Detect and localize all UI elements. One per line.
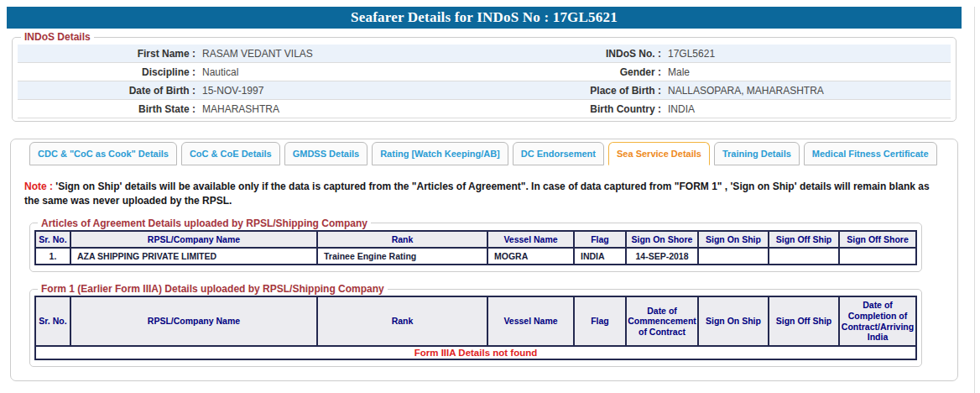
articles-of-agreement-table: Sr. No. RPSL/Company Name Rank Vessel Na… [34, 230, 917, 266]
tab-gmdss-details[interactable]: GMDSS Details [284, 142, 368, 165]
page-right-divider [974, 7, 975, 393]
field-row: Birth State : MAHARASHTRA Birth Country … [18, 100, 951, 118]
tab-medical-fitness-certificate[interactable]: Medical Fitness Certificate [804, 142, 937, 165]
gender-label: Gender : [487, 66, 661, 78]
cell-company: AZA SHIPPING PRIVATE LIMITED [70, 248, 317, 265]
indos-details-legend: INDoS Details [21, 31, 94, 43]
birth-country-value: INDIA [661, 103, 951, 115]
column-header: Sign Off Ship [769, 296, 839, 345]
column-header: RPSL/Company Name [70, 296, 317, 345]
field-row: Discipline : Nautical Gender : Male [18, 63, 951, 81]
tab-dc-endorsement[interactable]: DC Endorsement [513, 142, 604, 165]
table-row: Form IIIA Details not found [35, 346, 916, 359]
column-header: Sr. No. [35, 296, 70, 345]
birth-state-value: MAHARASHTRA [195, 103, 487, 115]
tab-cdc-coc-as-cook-details[interactable]: CDC & "CoC as Cook" Details [29, 142, 177, 165]
discipline-value: Nautical [195, 66, 487, 78]
tab-training-details[interactable]: Training Details [714, 142, 800, 165]
field-row: First Name : RASAM VEDANT VILAS INDoS No… [18, 45, 951, 63]
cell-sign-on-shore: 14-SEP-2018 [626, 248, 698, 265]
table-row: 1. AZA SHIPPING PRIVATE LIMITED Trainee … [35, 248, 916, 265]
tab-coc-coe-details[interactable]: CoC & CoE Details [181, 142, 280, 165]
form1-section: Form 1 (Earlier Form IIIA) Details uploa… [29, 283, 922, 366]
seafarer-details-page: Seafarer Details for INDoS No : 17GL5621… [0, 7, 980, 393]
page-title-bar: Seafarer Details for INDoS No : 17GL5621 [7, 7, 962, 29]
column-header: Sign On Ship [698, 296, 769, 345]
table-header-row: Sr. No. RPSL/Company Name Rank Vessel Na… [35, 231, 916, 249]
note-text: Note : 'Sign on Ship' details will be av… [24, 180, 937, 209]
note-prefix: Note : [24, 181, 53, 192]
cell-vessel: MOGRA [487, 248, 574, 265]
birth-country-label: Birth Country : [487, 103, 661, 115]
empty-message: Form IIIA Details not found [35, 346, 916, 359]
column-header: Flag [574, 231, 626, 249]
column-header: Flag [574, 296, 626, 345]
column-header: Vessel Name [487, 231, 574, 249]
column-header: Sign On Shore [626, 231, 698, 249]
column-header: Sign On Ship [698, 231, 769, 249]
page-title: Seafarer Details for INDoS No : 17GL5621 [351, 9, 618, 25]
cell-sign-off-ship [769, 248, 839, 265]
articles-of-agreement-section: Articles of Agreement Details uploaded b… [29, 217, 922, 273]
form1-legend: Form 1 (Earlier Form IIIA) Details uploa… [38, 283, 388, 295]
sea-service-tab-content: Note : 'Sign on Ship' details will be av… [11, 180, 957, 367]
cell-sr-no: 1. [35, 248, 70, 265]
date-of-birth-value: 15-NOV-1997 [195, 85, 487, 97]
indos-no-value: 17GL5621 [661, 48, 951, 60]
place-of-birth-label: Place of Birth : [487, 85, 661, 97]
cell-rank: Trainee Engine Rating [317, 248, 487, 265]
field-row: Date of Birth : 15-NOV-1997 Place of Bir… [18, 81, 951, 100]
tab-strip: CDC & "CoC as Cook" Details CoC & CoE De… [11, 139, 957, 165]
discipline-label: Discipline : [18, 66, 195, 78]
birth-state-label: Birth State : [18, 103, 195, 115]
first-name-label: First Name : [18, 48, 195, 60]
date-of-birth-label: Date of Birth : [18, 85, 195, 97]
column-header: Date of Completion of Contract/Arriving … [839, 296, 916, 345]
column-header: Date of Commencement of Contract [626, 296, 698, 345]
articles-of-agreement-legend: Articles of Agreement Details uploaded b… [38, 217, 371, 229]
column-header: Sign Off Ship [769, 231, 839, 249]
table-header-row: Sr. No. RPSL/Company Name Rank Vessel Na… [35, 296, 916, 345]
gender-value: Male [661, 66, 951, 78]
form1-table: Sr. No. RPSL/Company Name Rank Vessel Na… [34, 296, 917, 359]
column-header: Vessel Name [487, 296, 574, 345]
indos-details-section: INDoS Details First Name : RASAM VEDANT … [12, 31, 957, 122]
cell-sign-off-shore [839, 248, 916, 265]
column-header: Sign Off Shore [839, 231, 916, 249]
note-body: 'Sign on Ship' details will be available… [24, 181, 930, 207]
tab-sea-service-details[interactable]: Sea Service Details [608, 142, 710, 165]
cell-flag: INDIA [574, 248, 626, 265]
first-name-value: RASAM VEDANT VILAS [195, 48, 487, 60]
tab-panel: CDC & "CoC as Cook" Details CoC & CoE De… [10, 139, 958, 381]
indos-no-label: INDoS No. : [487, 48, 661, 60]
tab-rating-watch-keeping-ab[interactable]: Rating [Watch Keeping/AB] [372, 142, 508, 165]
cell-sign-on-ship [698, 248, 769, 265]
column-header: RPSL/Company Name [70, 231, 317, 249]
column-header: Sr. No. [35, 231, 70, 249]
place-of-birth-value: NALLASOPARA, MAHARASHTRA [661, 85, 951, 97]
column-header: Rank [317, 231, 487, 249]
column-header: Rank [317, 296, 487, 345]
